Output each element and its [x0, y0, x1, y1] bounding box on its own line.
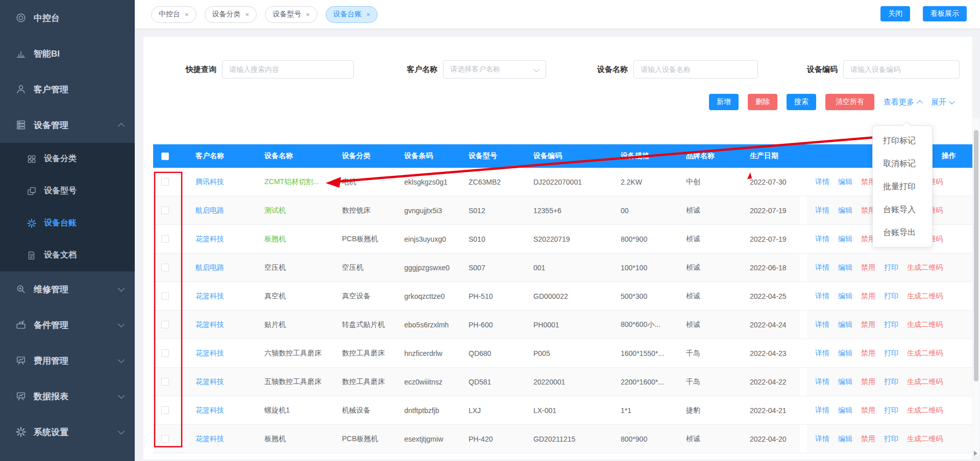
device-name-link[interactable]: 真空机 [264, 292, 286, 301]
close-tag-icon[interactable]: × [246, 11, 250, 18]
op-link-0[interactable]: 详情 [815, 263, 829, 272]
board-display-button[interactable]: 看板展示 [923, 6, 967, 21]
op-link-2[interactable]: 禁用 [861, 263, 875, 272]
sidebar-item-system-settings[interactable]: 系统设置 [0, 414, 135, 450]
close-tag-icon[interactable]: × [306, 11, 310, 18]
op-link-3[interactable]: 打印 [884, 406, 898, 415]
op-link-4[interactable]: 生成二维码 [907, 320, 943, 329]
expand-link[interactable]: 展开 [931, 97, 954, 107]
device-name-link[interactable]: 测试机 [264, 206, 286, 215]
op-link-0[interactable]: 详情 [815, 377, 829, 387]
row-checkbox[interactable] [161, 178, 169, 186]
customer-link[interactable]: 花篮科技 [195, 292, 224, 301]
op-link-3[interactable]: 打印 [884, 377, 898, 387]
customer-link[interactable]: 花篮科技 [195, 377, 224, 387]
row-checkbox[interactable] [161, 292, 169, 300]
op-link-2[interactable]: 禁用 [861, 292, 875, 301]
op-link-2[interactable]: 禁用 [861, 406, 875, 415]
device-name-input[interactable] [633, 60, 758, 79]
op-link-1[interactable]: 编辑 [838, 206, 852, 215]
sidebar-item-smart-bi[interactable]: 智能BI [0, 36, 135, 71]
op-link-4[interactable]: 生成二维码 [907, 406, 943, 415]
customer-link[interactable]: 花篮科技 [195, 349, 224, 358]
quick-search-input[interactable] [222, 60, 354, 79]
select-all-checkbox[interactable] [161, 152, 169, 160]
op-link-2[interactable]: 禁用 [861, 349, 875, 358]
op-link-3[interactable]: 打印 [884, 434, 898, 444]
op-link-0[interactable]: 详情 [815, 406, 829, 415]
op-link-2[interactable]: 禁用 [861, 377, 875, 387]
sidebar-item-device-category[interactable]: 设备分类 [0, 143, 135, 175]
op-link-0[interactable]: 详情 [815, 434, 829, 444]
menu-item-2[interactable]: 批量打印 [873, 175, 932, 198]
vertical-scrollbar-thumb[interactable] [974, 130, 978, 381]
device-name-link[interactable]: 贴片机 [264, 320, 286, 329]
customer-link[interactable]: 花篮科技 [195, 235, 224, 244]
op-link-0[interactable]: 详情 [815, 349, 829, 358]
row-checkbox[interactable] [161, 321, 169, 328]
op-link-1[interactable]: 编辑 [838, 320, 852, 329]
page-tag-console[interactable]: 中控台× [151, 6, 197, 23]
sidebar-item-device-document[interactable]: 设备文档 [0, 239, 135, 271]
device-name-link[interactable]: 六轴数控工具磨床 [264, 349, 322, 358]
device-name-link[interactable]: 板翘机 [264, 434, 286, 444]
op-link-3[interactable]: 打印 [884, 263, 898, 272]
op-link-2[interactable]: 禁用 [861, 320, 875, 329]
op-link-1[interactable]: 编辑 [838, 434, 852, 444]
menu-item-1[interactable]: 取消标记 [873, 152, 932, 175]
sidebar-item-console[interactable]: 中控台 [0, 0, 135, 36]
row-checkbox[interactable] [161, 207, 169, 214]
customer-link[interactable]: 花篮科技 [195, 434, 224, 444]
row-checkbox[interactable] [161, 349, 169, 357]
op-link-1[interactable]: 编辑 [838, 406, 852, 415]
view-more-link[interactable]: 查看更多 [884, 97, 922, 107]
add-button[interactable]: 新增 [709, 94, 739, 110]
menu-item-4[interactable]: 台账导出 [873, 221, 932, 244]
sidebar-item-customer-management[interactable]: 客户管理 [0, 71, 135, 107]
clear-all-button[interactable]: 清空所有 [825, 94, 874, 110]
row-checkbox[interactable] [161, 378, 169, 386]
op-link-0[interactable]: 详情 [815, 235, 829, 244]
device-name-link[interactable]: 板翘机 [264, 235, 286, 244]
op-link-4[interactable]: 生成二维码 [907, 263, 943, 272]
sidebar-item-device-ledger[interactable]: 设备台账 [0, 207, 135, 239]
customer-link[interactable]: 腾讯科技 [195, 177, 224, 187]
op-link-1[interactable]: 编辑 [838, 349, 852, 358]
op-link-0[interactable]: 详情 [815, 320, 829, 329]
menu-item-0[interactable]: 打印标记 [873, 129, 932, 152]
op-link-1[interactable]: 编辑 [838, 235, 852, 244]
row-checkbox[interactable] [161, 264, 169, 271]
page-tag-device-category[interactable]: 设备分类× [205, 6, 257, 23]
page-tag-device-ledger[interactable]: 设备台账× [326, 6, 378, 23]
customer-link[interactable]: 航启电路 [195, 263, 224, 272]
device-name-link[interactable]: 螺旋机1 [264, 406, 290, 415]
op-link-4[interactable]: 生成二维码 [907, 434, 943, 444]
op-link-1[interactable]: 编辑 [838, 292, 852, 301]
op-link-1[interactable]: 编辑 [838, 263, 852, 272]
menu-item-3[interactable]: 台账导入 [873, 198, 932, 221]
sidebar-item-device-model[interactable]: 设备型号 [0, 175, 135, 207]
sidebar-item-repair-management[interactable]: 维修管理 [0, 271, 135, 307]
delete-button[interactable]: 删除 [748, 94, 777, 110]
op-link-4[interactable]: 生成二维码 [907, 377, 943, 387]
row-checkbox[interactable] [161, 235, 169, 243]
op-link-4[interactable]: 生成二维码 [907, 292, 943, 301]
op-link-3[interactable]: 打印 [884, 349, 898, 358]
op-link-4[interactable]: 生成二维码 [907, 349, 943, 358]
customer-link[interactable]: 花篮科技 [195, 406, 224, 415]
customer-link[interactable]: 航启电路 [195, 206, 224, 215]
device-name-link[interactable]: ZCMT铝材切割... [264, 177, 319, 187]
customer-name-select[interactable]: 请选择客户名称 [443, 60, 546, 79]
close-button[interactable]: 关闭 [880, 6, 910, 21]
device-name-link[interactable]: 五轴数控工具磨床 [264, 377, 322, 387]
sidebar-item-device-management[interactable]: 设备管理 [0, 107, 135, 143]
close-tag-icon[interactable]: × [366, 11, 371, 18]
op-link-0[interactable]: 详情 [815, 292, 829, 301]
op-link-3[interactable]: 打印 [884, 320, 898, 329]
device-code-input[interactable] [843, 60, 960, 79]
row-checkbox[interactable] [161, 406, 169, 414]
device-name-link[interactable]: 空压机 [264, 263, 286, 272]
customer-link[interactable]: 花篮科技 [195, 320, 224, 329]
op-link-1[interactable]: 编辑 [838, 377, 852, 387]
page-tag-device-model[interactable]: 设备型号× [265, 6, 317, 23]
